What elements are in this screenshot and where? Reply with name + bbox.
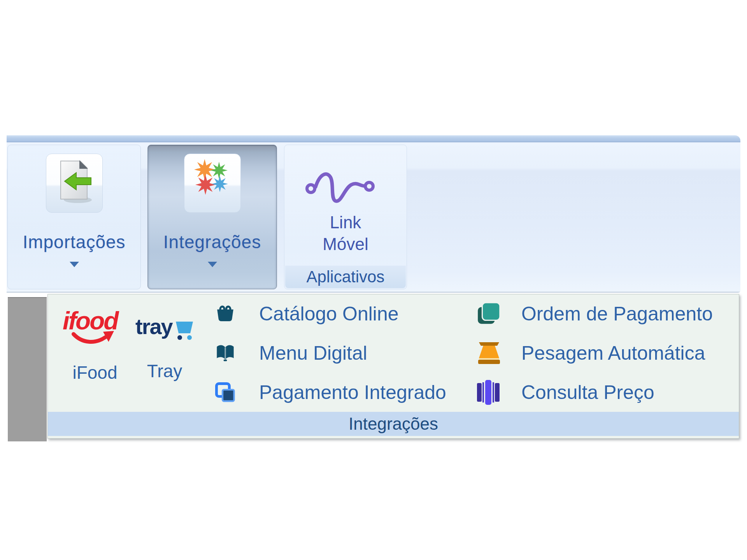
- ifood-logo-text: ifood: [63, 308, 119, 335]
- workspace-edge: [8, 297, 47, 441]
- menu-item-label: Menu Digital: [259, 342, 367, 364]
- integracoes-icon-box: [184, 154, 241, 213]
- price-check-barcode-icon: [476, 379, 504, 406]
- link-movel-label-line2: Móvel: [284, 234, 407, 254]
- menu-item-pesagem-automatica[interactable]: Pesagem Automática: [476, 339, 705, 367]
- menu-item-label: Ordem de Pagamento: [521, 303, 713, 325]
- ribbon-top-stripe: [7, 135, 740, 142]
- menu-item-label: Consulta Preço: [521, 381, 654, 404]
- integracoes-dropdown-panel: ifood iFood tray Tray: [47, 294, 739, 439]
- menu-item-label: Catálogo Online: [259, 303, 399, 325]
- digital-menu-book-icon: [215, 343, 235, 363]
- ifood-logo: ifood: [62, 308, 128, 346]
- menu-item-label: Pagamento Integrado: [259, 381, 446, 404]
- integrated-payment-squares-icon: [215, 382, 235, 403]
- importacoes-button[interactable]: Importações: [7, 145, 141, 289]
- tray-label: Tray: [135, 360, 194, 382]
- payment-order-squares-icon: [476, 301, 504, 327]
- ifood-label: iFood: [62, 362, 128, 383]
- tray-logo-text: tray: [135, 314, 173, 339]
- mobile-link-squiggle-icon: [305, 164, 386, 209]
- automatic-weighing-scale-icon: [476, 341, 504, 366]
- menu-item-menu-digital[interactable]: Menu Digital: [215, 341, 367, 366]
- ifood-item[interactable]: ifood iFood: [62, 308, 128, 383]
- menu-item-pagamento-integrado[interactable]: Pagamento Integrado: [215, 380, 446, 405]
- menu-item-label: Pesagem Automática: [521, 342, 705, 364]
- dropdown-arrow-icon: [70, 262, 79, 267]
- ribbon-body: Importações Integrações: [7, 142, 740, 292]
- panel-footer-integracoes: Integrações: [48, 412, 739, 436]
- import-document-icon: [53, 159, 96, 205]
- importacoes-icon-box: [46, 154, 103, 213]
- catalog-basket-icon: [215, 303, 235, 324]
- app-window: Importações Integrações: [0, 0, 747, 560]
- integracoes-button[interactable]: Integrações: [147, 145, 277, 289]
- link-movel-label-line1: Link: [284, 213, 407, 232]
- menu-item-ordem-de-pagamento[interactable]: Ordem de Pagamento: [476, 300, 713, 328]
- integracoes-label: Integrações: [148, 231, 277, 252]
- aplicativos-group-label: Aplicativos: [285, 266, 406, 288]
- ribbon: Importações Integrações: [7, 135, 740, 292]
- tray-logo: tray: [135, 314, 194, 342]
- dropdown-arrow-icon: [208, 262, 217, 267]
- menu-item-catalogo-online[interactable]: Catálogo Online: [215, 301, 399, 326]
- menu-item-consulta-preco[interactable]: Consulta Preço: [476, 378, 654, 406]
- integrations-sparkles-icon: [193, 159, 232, 198]
- tray-item[interactable]: tray Tray: [135, 314, 194, 382]
- link-movel-button[interactable]: Link Móvel Aplicativos: [284, 145, 407, 289]
- importacoes-label: Importações: [8, 231, 140, 252]
